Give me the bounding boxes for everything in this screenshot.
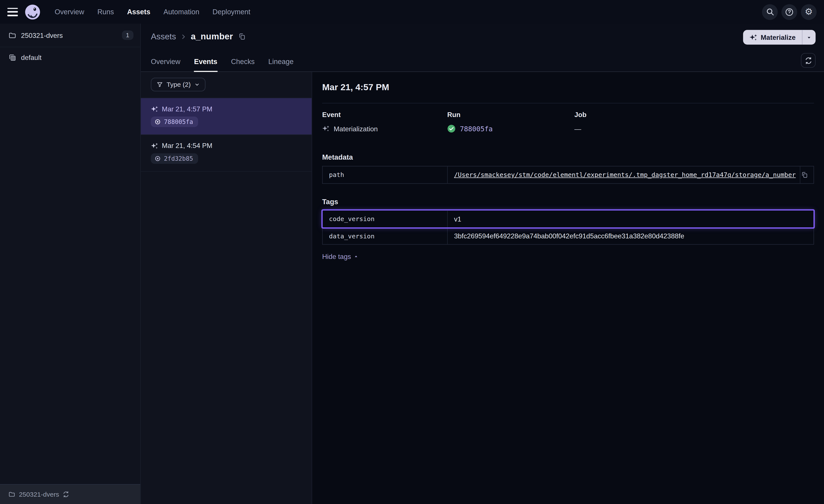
- tags-heading: Tags: [322, 198, 814, 206]
- materialize-button[interactable]: Materialize: [743, 30, 802, 44]
- search-icon: [765, 7, 774, 16]
- top-nav-actions: ⚙: [762, 4, 817, 20]
- breadcrumb: Assets a_number: [151, 24, 816, 41]
- type-filter-label: Type (2): [167, 81, 191, 88]
- tag-key: data_version: [323, 228, 448, 244]
- tag-value: 3bfc269594ef649228e9a74bab00f042efc91d5a…: [454, 232, 684, 240]
- hide-tags-link[interactable]: Hide tags: [322, 253, 358, 260]
- type-filter-button[interactable]: Type (2): [151, 78, 205, 91]
- reload-icon[interactable]: [63, 491, 70, 498]
- breadcrumb-assets-link[interactable]: Assets: [151, 32, 176, 41]
- metadata-path-link[interactable]: /Users/smackesey/stm/code/elementl/exper…: [454, 171, 796, 178]
- nav-link-runs[interactable]: Runs: [94, 6, 117, 18]
- folder-icon: [8, 491, 15, 498]
- refresh-icon: [804, 56, 812, 64]
- sparkle-icon: [749, 33, 757, 41]
- nav-link-deployment[interactable]: Deployment: [209, 6, 253, 18]
- tab-events[interactable]: Events: [194, 58, 217, 72]
- folder-icon: [8, 31, 16, 39]
- event-summary-columns: Event Materialization R: [322, 111, 814, 133]
- tab-checks[interactable]: Checks: [231, 58, 254, 72]
- tag-key: code_version: [323, 211, 448, 227]
- materialize-split-button: Materialize: [743, 30, 816, 44]
- settings-button[interactable]: ⚙: [801, 4, 817, 20]
- materialize-label: Materialize: [761, 33, 796, 41]
- caret-up-icon: [353, 254, 358, 259]
- nav-link-assets[interactable]: Assets: [124, 6, 153, 18]
- hide-tags-label: Hide tags: [322, 253, 351, 260]
- table-row-code-version: code_version v1: [323, 211, 813, 227]
- metadata-table: path /Users/smackesey/stm/code/elementl/…: [322, 166, 814, 184]
- run-id-pill[interactable]: 2fd32b85: [151, 153, 198, 164]
- nav-links: Overview Runs Assets Automation Deployme…: [51, 6, 253, 18]
- chevron-right-icon: [180, 33, 187, 39]
- run-column-label: Run: [447, 111, 575, 119]
- materialization-sparkle-icon: [151, 142, 158, 149]
- run-id-pill[interactable]: 788005fa: [151, 117, 198, 127]
- sidebar-item-code-location[interactable]: 250321-dvers 1: [0, 24, 140, 47]
- run-id-text: 788005fa: [164, 118, 193, 125]
- caret-down-icon: [806, 34, 812, 40]
- refresh-button[interactable]: [801, 53, 816, 68]
- group-label: default: [21, 53, 41, 61]
- event-list-item[interactable]: Mar 21, 4:54 PM 2fd32b85: [141, 135, 312, 172]
- nav-link-overview[interactable]: Overview: [51, 6, 88, 18]
- materialization-sparkle-icon: [322, 125, 329, 132]
- table-row: path /Users/smackesey/stm/code/elementl/…: [323, 166, 813, 183]
- asset-group-icon: [8, 53, 16, 61]
- code-location-count-badge: 1: [122, 30, 133, 40]
- tab-lineage[interactable]: Lineage: [268, 58, 294, 72]
- filter-icon: [157, 81, 163, 88]
- event-list-item[interactable]: Mar 21, 4:57 PM 788005fa: [141, 98, 312, 135]
- table-cell-spacer: [800, 228, 813, 244]
- sidebar-footer-code-location[interactable]: 250321-dvers: [0, 484, 140, 504]
- hamburger-menu-icon[interactable]: [7, 8, 18, 16]
- sidebar-item-group-default[interactable]: default: [0, 47, 140, 67]
- job-value: —: [575, 125, 581, 132]
- search-button[interactable]: [762, 4, 778, 20]
- tab-overview[interactable]: Overview: [151, 58, 181, 72]
- page-header: Assets a_number: [141, 24, 824, 72]
- filter-row: Type (2): [141, 72, 312, 98]
- chevron-down-icon: [194, 82, 200, 87]
- help-icon: [785, 7, 794, 17]
- copy-asset-name-button[interactable]: [237, 31, 247, 41]
- event-list: Mar 21, 4:57 PM 788005fa: [141, 98, 312, 171]
- run-column: Run 788005fa: [447, 111, 575, 133]
- job-column-label: Job: [575, 111, 814, 119]
- run-id-link[interactable]: 788005fa: [460, 125, 493, 132]
- run-target-icon: [154, 155, 161, 161]
- dagster-logo-icon[interactable]: [25, 4, 40, 20]
- sidebar: 250321-dvers 1 default 250321-dvers: [0, 24, 141, 504]
- tags-table: code_version v1 data_version 3bfc269594e…: [322, 210, 814, 245]
- page-title: a_number: [191, 31, 233, 41]
- help-button[interactable]: [781, 4, 797, 20]
- event-timestamp: Mar 21, 4:57 PM: [162, 105, 212, 113]
- event-timestamp: Mar 21, 4:54 PM: [162, 142, 212, 149]
- run-success-icon: [447, 124, 456, 133]
- gear-icon: ⚙: [805, 7, 813, 16]
- event-column: Event Materialization: [322, 111, 447, 133]
- dagster-app: Overview Runs Assets Automation Deployme…: [0, 0, 824, 504]
- main-area: Assets a_number: [141, 24, 824, 504]
- event-type-value: Materialization: [334, 125, 378, 132]
- metadata-key: path: [323, 166, 448, 183]
- materialize-dropdown-button[interactable]: [802, 30, 816, 44]
- asset-tabs: Overview Events Checks Lineage: [151, 58, 294, 72]
- event-detail-title: Mar 21, 4:57 PM: [322, 83, 814, 93]
- tag-value: v1: [454, 215, 461, 223]
- event-detail-panel: Mar 21, 4:57 PM Event Materi: [312, 72, 824, 504]
- copy-icon: [238, 32, 246, 40]
- table-row-data-version: data_version 3bfc269594ef649228e9a74bab0…: [323, 227, 813, 244]
- divider: [322, 103, 814, 103]
- events-list-panel: Type (2) Mar 2: [141, 72, 312, 504]
- run-target-icon: [154, 119, 161, 125]
- footer-code-location-label: 250321-dvers: [19, 491, 59, 498]
- table-cell-spacer: [800, 211, 813, 227]
- event-column-label: Event: [322, 111, 447, 119]
- top-nav: Overview Runs Assets Automation Deployme…: [0, 0, 824, 24]
- code-location-label: 250321-dvers: [21, 31, 63, 39]
- materialization-sparkle-icon: [151, 105, 158, 113]
- metadata-heading: Metadata: [322, 153, 814, 161]
- nav-link-automation[interactable]: Automation: [160, 6, 202, 18]
